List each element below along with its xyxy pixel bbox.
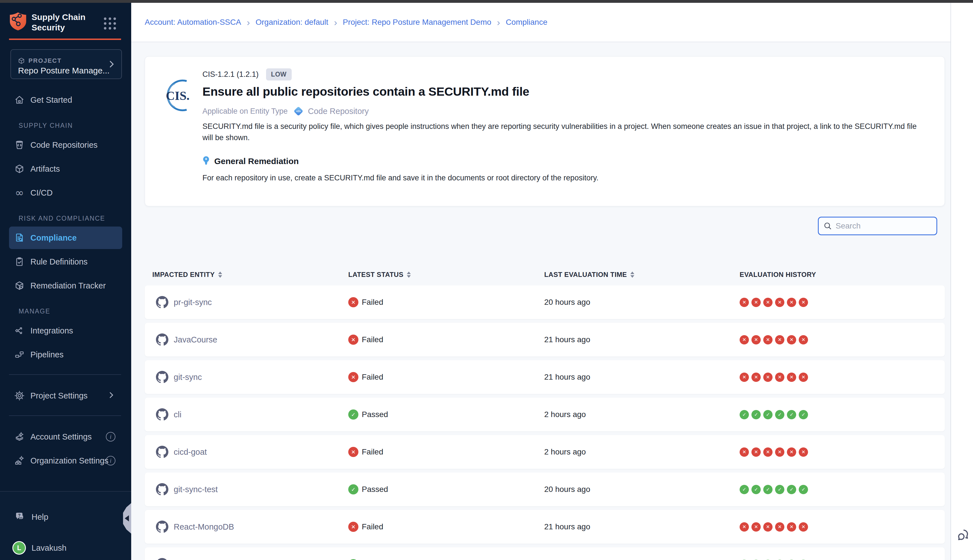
check-circle-icon: ✓	[787, 410, 796, 419]
chat-support-icon[interactable]	[955, 528, 970, 544]
status-label: Passed	[362, 410, 388, 419]
sidebar-item-label: Get Started	[30, 95, 72, 105]
code-repo-icon	[14, 140, 25, 150]
entity-type-link[interactable]: Code Repository	[308, 107, 369, 116]
sidebar-item-code-repositories[interactable]: Code Repositories	[9, 134, 122, 156]
x-circle-icon: ✕	[751, 447, 761, 457]
column-header-label: IMPACTED ENTITY	[152, 271, 215, 278]
x-circle-icon: ✕	[763, 447, 773, 457]
entity-name-link[interactable]: pr-git-sync	[174, 298, 212, 307]
nav-section-label: MANAGE	[18, 308, 131, 316]
column-header-evaluation-history: EVALUATION HISTORY	[739, 271, 816, 278]
column-header-label: LAST EVALUATION TIME	[544, 271, 627, 278]
user-menu[interactable]: L Lavakush	[9, 537, 122, 559]
sidebar-item-label: Account Settings	[30, 432, 92, 442]
sidebar-item-integrations[interactable]: Integrations	[9, 319, 122, 342]
pipelines-icon	[14, 349, 25, 360]
sidebar-item-project-settings[interactable]: Project Settings	[9, 384, 122, 407]
nav-section-label: RISK AND COMPLIANCE	[18, 215, 131, 223]
column-header-label: LATEST STATUS	[348, 271, 404, 278]
column-header-latest-status[interactable]: LATEST STATUS	[348, 271, 411, 278]
info-icon[interactable]: i	[106, 456, 115, 465]
check-circle-icon: ✓	[739, 485, 749, 494]
last-evaluation-time: 20 hours ago	[544, 485, 590, 494]
check-circle-icon: ✓	[799, 485, 808, 494]
table-row[interactable]: pr-git-sync✕Failed20 hours ago✕✕✕✕✕✕	[145, 285, 945, 319]
sidebar-item-compliance[interactable]: Compliance	[9, 227, 122, 249]
x-circle-icon: ✕	[787, 335, 796, 345]
breadcrumb-separator-icon: ›	[334, 18, 337, 26]
table-row[interactable]: JavaCourse✕Failed21 hours ago✕✕✕✕✕✕	[145, 323, 945, 357]
breadcrumb-link-1[interactable]: Account: Automation-SSCA	[145, 18, 241, 27]
check-circle-icon: ✓	[799, 410, 808, 419]
sidebar-item-rule-definitions[interactable]: Rule Definitions	[9, 250, 122, 273]
entity-name-link[interactable]: git-sync-test	[174, 485, 218, 494]
x-circle-icon: ✕	[739, 335, 749, 345]
integrations-icon	[14, 325, 25, 336]
sidebar-footer-nav: Project Settings	[0, 384, 131, 407]
search-input[interactable]	[836, 222, 932, 230]
table-row[interactable]: cli✓Passed2 hours ago✓✓✓✓✓✓	[145, 398, 945, 432]
table-row[interactable]: git-sync✕Failed21 hours ago✕✕✕✕✕✕	[145, 360, 945, 394]
remediation-heading: General Remediation	[202, 156, 299, 167]
column-header-last-evaluation-time[interactable]: LAST EVALUATION TIME	[544, 271, 634, 278]
entity-name-link[interactable]: cicd-goat	[174, 447, 207, 457]
sort-icon[interactable]	[407, 272, 411, 278]
sidebar-nav: Get StartedSUPPLY CHAINCode Repositories…	[0, 88, 131, 366]
table-row[interactable]: ✓✓✓✓✓✓✓	[145, 547, 945, 560]
sort-icon[interactable]	[630, 272, 634, 278]
project-selector[interactable]: PROJECT Repo Posture Manage...	[10, 49, 122, 79]
entity-name-link[interactable]: cli	[174, 410, 181, 419]
github-icon	[156, 520, 169, 533]
x-circle-icon: ✕	[348, 297, 359, 307]
breadcrumb-separator-icon: ›	[497, 18, 500, 26]
entity-name-link[interactable]: React-MongoDB	[174, 522, 234, 532]
sidebar-item-label: Organization Settings	[30, 456, 108, 465]
sidebar-item-artifacts[interactable]: Artifacts	[9, 158, 122, 180]
sidebar-item-pipelines[interactable]: Pipelines	[9, 343, 122, 366]
layers-gear-icon	[14, 432, 25, 442]
project-label: PROJECT	[28, 57, 62, 65]
rule-title: Ensure all public repositories contain a…	[202, 85, 529, 98]
app-logo-shield-icon	[9, 12, 27, 32]
sidebar-item-ci-cd[interactable]: ∞CI/CD	[9, 182, 122, 204]
github-icon	[156, 558, 169, 560]
last-evaluation-time: 2 hours ago	[544, 410, 586, 419]
brand-divider	[9, 38, 121, 40]
evaluation-history: ✓✓✓✓✓✓	[739, 398, 811, 432]
sidebar-item-get-started[interactable]: Get Started	[9, 88, 122, 111]
infinity-icon: ∞	[14, 187, 25, 198]
github-icon	[156, 296, 169, 309]
github-icon	[156, 483, 169, 496]
gear-icon	[14, 390, 25, 401]
entity-name-link[interactable]: JavaCourse	[174, 335, 217, 345]
sort-icon[interactable]	[218, 272, 222, 278]
sidebar-item-remediation-tracker[interactable]: Remediation Tracker	[9, 274, 122, 297]
table-row[interactable]: React-MongoDB✕Failed21 hours ago✕✕✕✕✕✕	[145, 510, 945, 544]
table-row[interactable]: git-sync-test✓Passed20 hours ago✓✓✓✓✓✓	[145, 472, 945, 506]
column-header-impacted-entity[interactable]: IMPACTED ENTITY	[152, 271, 222, 278]
remediation-title: General Remediation	[214, 157, 299, 166]
x-circle-icon: ✕	[775, 298, 784, 307]
user-name: Lavakush	[32, 543, 67, 553]
sidebar-item-label: Integrations	[30, 326, 73, 335]
breadcrumb-separator-icon: ›	[247, 18, 250, 26]
info-icon[interactable]: i	[106, 432, 115, 442]
browser-chrome-strip	[0, 0, 973, 3]
check-circle-icon: ✓	[348, 410, 359, 420]
applicable-entity-row: Applicable on Entity Type </> Code Repos…	[202, 105, 369, 117]
svg-text:?: ?	[18, 513, 20, 518]
rule-description: SECURITY.md file is a security policy fi…	[202, 121, 929, 143]
table-row[interactable]: cicd-goat✕Failed2 hours ago✕✕✕✕✕✕	[145, 435, 945, 469]
sidebar-item-help[interactable]: ? Help	[9, 506, 122, 528]
breadcrumb-link-2[interactable]: Organization: default	[255, 18, 328, 27]
breadcrumb-link-4[interactable]: Compliance	[506, 18, 547, 27]
app-switcher-grid-icon[interactable]	[104, 17, 116, 30]
x-circle-icon: ✕	[775, 447, 784, 457]
status-label: Failed	[362, 298, 383, 307]
check-circle-icon: ✓	[775, 410, 784, 419]
breadcrumb-link-3[interactable]: Project: Repo Posture Management Demo	[343, 18, 491, 27]
entity-name-link[interactable]: git-sync	[174, 373, 202, 382]
sidebar-item-account-settings[interactable]: Account Settingsi	[9, 425, 122, 448]
sidebar-item-organization-settings[interactable]: Organization Settingsi	[9, 449, 122, 472]
